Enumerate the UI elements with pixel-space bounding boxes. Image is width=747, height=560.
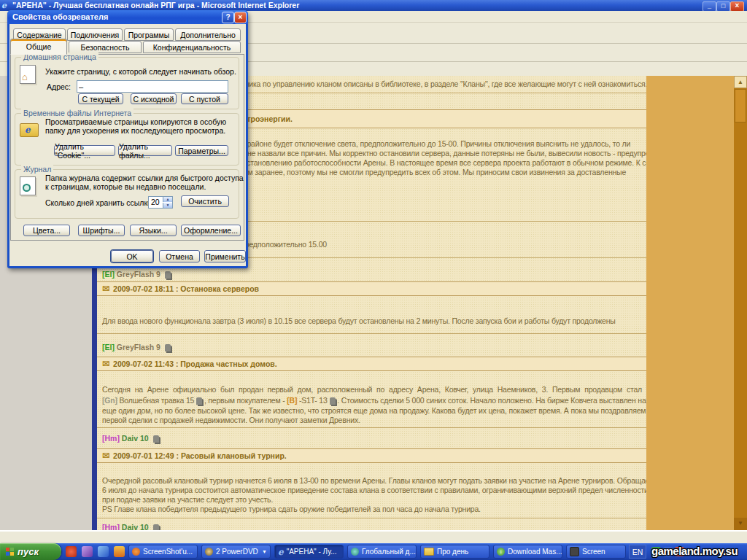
post-body-line: Сегодня на Арене официально был продан п…	[102, 385, 642, 394]
taskbar-button-powerdvd[interactable]: 2 PowerDVD ▼	[201, 545, 271, 559]
taskbar-button-folder[interactable]: Про день	[420, 545, 489, 559]
fonts-button[interactable]: Шрифты...	[78, 225, 125, 236]
post-text: , первым покупателем -	[202, 396, 287, 405]
page-right-column	[646, 76, 734, 530]
folder-icon	[424, 548, 434, 556]
tab-programs[interactable]: Программы	[124, 28, 174, 41]
use-default-button[interactable]: С исходной	[131, 93, 177, 104]
scrollbar-track[interactable]	[734, 76, 747, 530]
dialog-title: Свойства обозревателя	[12, 12, 108, 21]
envelope-icon: ✉	[102, 285, 109, 292]
post-body-line: Очередной расовый клановый турнир начнет…	[102, 476, 646, 485]
history-days-value: 20	[151, 198, 160, 206]
member-info-icon[interactable]	[196, 397, 202, 405]
clan-tag: [Gn]	[102, 396, 117, 405]
member-info-icon[interactable]	[165, 271, 171, 279]
taskbar-button-label: Глобальный д...	[362, 548, 416, 556]
player-name[interactable]: -S1T- 13	[297, 396, 327, 405]
restore-button[interactable]: □	[716, 1, 730, 12]
tab-security[interactable]: Безопасность	[69, 41, 142, 53]
accessibility-button[interactable]: Оформление...	[181, 225, 241, 236]
clan-tag: [Hm]	[102, 434, 120, 443]
taskbar-button-screen[interactable]: Screen	[566, 545, 626, 559]
window-title: "АРЕНА" - Лучшая бесплатная онлайн РПГ и…	[12, 0, 299, 11]
taskbar-button-arena-ie[interactable]: e "АРЕНА" - Лу...	[274, 545, 344, 559]
scroll-down-button[interactable]: ▼	[734, 518, 747, 530]
post-text: . Стоимость сделки 5 000 синих соток. На…	[336, 396, 646, 405]
member-info-icon[interactable]	[165, 344, 171, 351]
window-titlebar: e "АРЕНА" - Лучшая бесплатная онлайн РПГ…	[0, 0, 747, 11]
quicklaunch-icon-2[interactable]	[82, 546, 93, 557]
taskbar-button-screenshot[interactable]: ScreenShot'u...	[128, 545, 198, 559]
dialog-help-button[interactable]: ?	[222, 12, 234, 23]
ie-logo-icon: e	[1, 1, 10, 9]
envelope-icon: ✉	[102, 452, 109, 459]
home-address-input[interactable]	[77, 80, 228, 93]
delete-cookies-button[interactable]: Удалить "Cookie"...	[54, 145, 115, 156]
ok-button[interactable]: OK	[111, 250, 153, 262]
close-button[interactable]: ×	[730, 1, 744, 12]
spinner-up-icon[interactable]: ▲	[163, 197, 172, 202]
member-info-icon[interactable]	[153, 524, 159, 530]
apply-button[interactable]: Применить	[204, 250, 246, 262]
download-icon: ↓	[497, 548, 505, 556]
minimize-button[interactable]: _	[703, 1, 716, 12]
history-days-label: Сколько дней хранить ссылки:	[45, 198, 154, 207]
quicklaunch-icon-1[interactable]	[66, 546, 77, 557]
tab-privacy[interactable]: Конфиденциальность	[143, 41, 241, 53]
dialog-titlebar: Свойства обозревателя ? ×	[7, 10, 248, 24]
clan-tag: [El]	[102, 270, 115, 279]
use-blank-button[interactable]: С пустой	[181, 93, 228, 104]
envelope-icon: ✉	[102, 360, 109, 368]
player-name[interactable]: Daiv 10	[122, 523, 149, 530]
tab-general[interactable]: Общие	[10, 39, 67, 55]
history-days-spinner[interactable]: 20 ▲ ▼	[148, 196, 173, 209]
member-info-icon[interactable]	[153, 435, 159, 443]
powerdvd-icon	[205, 548, 213, 556]
start-button[interactable]: пуск	[0, 543, 61, 560]
quicklaunch-icon-4[interactable]	[114, 546, 125, 557]
webcam-icon	[351, 548, 359, 556]
post-header-text: 2009-07-01 12:49 : Расовый клановый турн…	[113, 451, 287, 460]
taskbar-button-downloadmaster[interactable]: ↓ Download Mas...	[493, 545, 562, 559]
use-current-button[interactable]: С текущей	[78, 93, 123, 104]
language-indicator[interactable]: EN	[629, 545, 646, 559]
member-info-icon[interactable]	[330, 397, 336, 405]
player-name[interactable]: Волшебная травка 15	[117, 396, 194, 405]
taskbar-button-label: ScreenShot'u...	[143, 548, 193, 556]
temp-files-hint-2: папку для ускорения их последующего прос…	[45, 126, 225, 135]
post-signature: [El] GreyFlash 9	[102, 343, 171, 351]
home-address-label: Адрес:	[47, 82, 71, 91]
firefox-icon	[132, 548, 140, 556]
tab-advanced[interactable]: Дополнительно	[175, 28, 241, 41]
temp-files-icon: e	[20, 123, 39, 137]
dialog-close-button[interactable]: ×	[234, 12, 247, 23]
cancel-button[interactable]: Отмена	[159, 250, 200, 262]
colors-button[interactable]: Цвета...	[23, 225, 70, 236]
taskbar-button-label: Screen	[582, 548, 605, 556]
screen-icon	[570, 547, 579, 556]
home-page-hint: Укажите страницу, с которой следует начи…	[45, 67, 236, 76]
taskbar-button-global[interactable]: Глобальный д...	[347, 545, 417, 559]
languages-button[interactable]: Языки...	[130, 225, 177, 236]
clan-tag: [B]	[287, 396, 297, 405]
taskbar-button-label: Про день	[437, 548, 468, 556]
player-name[interactable]: GreyFlash 9	[117, 343, 160, 351]
quicklaunch-icon-3[interactable]	[98, 546, 109, 557]
settings-button[interactable]: Параметры...	[175, 145, 228, 156]
post-body-line: Для ввода нового функционала завтра (3 и…	[102, 316, 616, 325]
delete-files-button[interactable]: Удалить файлы...	[118, 145, 172, 156]
post-body: Сегодня на Арене официально был продан п…	[97, 371, 646, 428]
player-name[interactable]: Daiv 10	[122, 434, 149, 443]
post-body-line: первой сделки с продажей недвижимости. О…	[102, 416, 360, 424]
taskbar-button-label: "АРЕНА" - Лу...	[287, 548, 337, 556]
scroll-up-button[interactable]: ▲	[734, 76, 747, 88]
clear-history-button[interactable]: Очистить	[181, 195, 229, 207]
spinner-down-icon[interactable]: ▼	[163, 203, 172, 208]
history-hint-2: к страницам, которые вы недавно посещали…	[45, 182, 206, 191]
post-signature: [El] GreyFlash 9	[102, 270, 171, 279]
tab-connections[interactable]: Подключения	[67, 28, 123, 41]
player-name[interactable]: GreyFlash 9	[117, 270, 160, 279]
ie-icon: e	[278, 547, 284, 557]
scrollbar-thumb[interactable]	[735, 89, 746, 122]
